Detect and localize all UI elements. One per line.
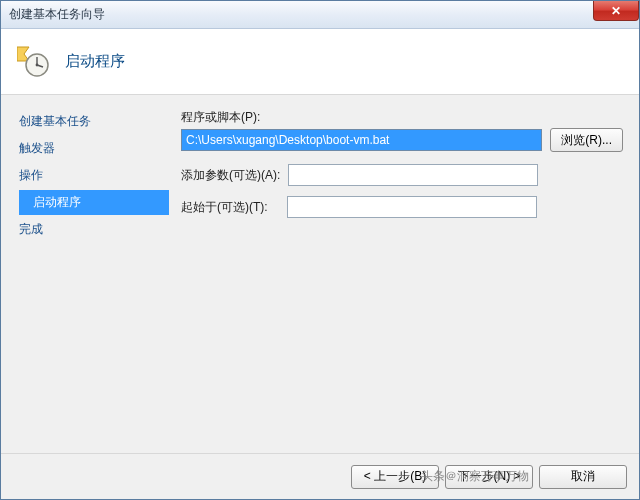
wizard-body: 创建基本任务触发器操作启动程序完成 程序或脚本(P): 浏览(R)... 添加参… — [1, 95, 639, 453]
sidebar-item-2[interactable]: 操作 — [13, 163, 169, 188]
wizard-content: 程序或脚本(P): 浏览(R)... 添加参数(可选)(A): 起始于(可选)(… — [169, 109, 639, 453]
startin-input[interactable] — [287, 196, 537, 218]
wizard-footer: 头条＠洞察万事万物 < 上一步(B) 下一步(N) > 取消 — [1, 453, 639, 499]
page-title: 启动程序 — [65, 52, 125, 71]
wizard-window: 创建基本任务向导 ✕ 启动程序 创建基本任务触发器操作启动程序完成 程序或脚本(… — [0, 0, 640, 500]
wizard-header: 启动程序 — [1, 29, 639, 95]
titlebar: 创建基本任务向导 ✕ — [1, 1, 639, 29]
cancel-button[interactable]: 取消 — [539, 465, 627, 489]
window-title: 创建基本任务向导 — [9, 6, 105, 23]
wizard-sidebar: 创建基本任务触发器操作启动程序完成 — [1, 109, 169, 453]
sidebar-item-0[interactable]: 创建基本任务 — [13, 109, 169, 134]
clock-wizard-icon — [17, 45, 51, 79]
browse-button[interactable]: 浏览(R)... — [550, 128, 623, 152]
sidebar-item-4[interactable]: 完成 — [13, 217, 169, 242]
close-icon: ✕ — [611, 4, 621, 18]
next-button[interactable]: 下一步(N) > — [445, 465, 533, 489]
sidebar-item-3[interactable]: 启动程序 — [19, 190, 169, 215]
sidebar-item-1[interactable]: 触发器 — [13, 136, 169, 161]
close-button[interactable]: ✕ — [593, 1, 639, 21]
arguments-label: 添加参数(可选)(A): — [181, 167, 280, 184]
back-button[interactable]: < 上一步(B) — [351, 465, 439, 489]
program-label: 程序或脚本(P): — [181, 109, 623, 126]
program-input[interactable] — [181, 129, 542, 151]
arguments-input[interactable] — [288, 164, 538, 186]
startin-label: 起始于(可选)(T): — [181, 199, 279, 216]
